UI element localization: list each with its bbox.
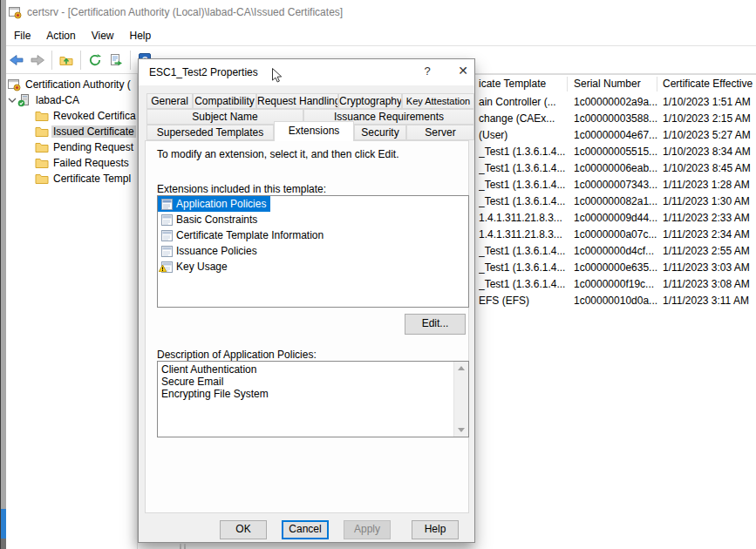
column-resize-handle[interactable] <box>657 77 657 92</box>
extension-item-certificate-template-information[interactable]: Certificate Template Information <box>158 227 468 243</box>
cell-effective-date: 1/11/2023 2:55 AM <box>663 245 750 257</box>
menu-view[interactable]: View <box>84 30 122 42</box>
extension-icon <box>160 245 174 258</box>
extension-item-key-usage[interactable]: Key Usage <box>158 259 468 274</box>
description-box: Client Authentication Secure Email Encry… <box>157 361 469 437</box>
background-artifact <box>184 544 186 549</box>
tree-item-issued-certificates[interactable]: Issued Certificate <box>35 124 136 139</box>
tree-item-failed-requests[interactable]: Failed Requests <box>35 155 131 171</box>
cell-effective-date: 1/10/2023 2:15 AM <box>663 112 751 125</box>
extension-item-issuance-policies[interactable]: Issuance Policies <box>158 243 468 259</box>
cell-serial: 1c00000005515... <box>574 146 659 158</box>
folder-icon <box>35 140 49 154</box>
tree-item-label: labad-CA <box>34 94 81 106</box>
refresh-icon[interactable] <box>85 50 106 71</box>
warning-triangle-icon <box>159 262 167 274</box>
export-list-icon[interactable] <box>106 50 126 71</box>
tree-item-certificate-templates[interactable]: Certificate Templ <box>35 171 133 186</box>
instruction-text: To modify an extension, select it, and t… <box>157 148 398 160</box>
tab-compatibility[interactable]: Compatibility <box>193 93 256 109</box>
window-title: certsrv - [Certification Authority (Loca… <box>27 6 343 18</box>
extensions-list-label: Extensions included in this template: <box>157 183 326 195</box>
toolbar-separator <box>130 51 131 70</box>
tab-key-attestation[interactable]: Key Attestation <box>402 93 474 109</box>
edit-button[interactable]: Edit... <box>405 314 466 335</box>
column-header-serial-number[interactable]: Serial Number <box>574 78 641 90</box>
ok-button[interactable]: OK <box>220 520 267 539</box>
extension-label: Certificate Template Information <box>174 229 326 241</box>
cell-template: _Test1 (1.3.6.1.4.... <box>479 179 566 191</box>
tree-item-label: Certificate Templ <box>51 173 133 185</box>
issued-certificates-list: icate Template Serial Number Certificate… <box>475 74 756 549</box>
background-artifact <box>180 544 181 549</box>
menubar: File Action View Help <box>6 25 756 46</box>
column-resize-handle[interactable] <box>567 77 568 92</box>
tab-extensions[interactable]: Extensions <box>274 121 354 141</box>
description-label: Description of Application Policies: <box>157 349 317 361</box>
list-rows: ain Controller (... 1c00000002a9a... 1/1… <box>475 94 756 309</box>
certificate-row[interactable]: 1.4.1.311.21.8.3... 1c00000009d44... 1/1… <box>475 210 756 227</box>
cancel-button[interactable]: Cancel <box>282 520 329 539</box>
description-scrollbar[interactable] <box>453 362 468 437</box>
cell-effective-date: 1/11/2023 2:34 AM <box>663 228 750 241</box>
tab-superseded-templates[interactable]: Superseded Templates <box>146 125 274 140</box>
tree-item-certification-authority[interactable]: Certification Authority ( <box>7 77 133 92</box>
certificate-row[interactable]: _Test1 (1.3.6.1.4.... 1c0000000d4cf... 1… <box>475 243 756 260</box>
back-icon[interactable] <box>6 50 27 71</box>
cell-serial: 1c00000004e67... <box>574 129 659 141</box>
dialog-help-icon[interactable]: ? <box>419 64 435 80</box>
tab-general[interactable]: General <box>146 93 193 109</box>
chevron-down-icon[interactable] <box>6 96 17 105</box>
menu-help[interactable]: Help <box>122 30 160 42</box>
tree-item-revoked-certificates[interactable]: Revoked Certifica <box>35 108 137 124</box>
scroll-up-icon[interactable] <box>458 366 465 370</box>
apply-button[interactable]: Apply <box>344 520 391 539</box>
certificate-row[interactable]: ain Controller (... 1c00000002a9a... 1/1… <box>475 94 756 111</box>
cell-template: _Test1 (1.3.6.1.4.... <box>479 195 566 207</box>
certificate-row[interactable]: _Test1 (1.3.6.1.4.... 1c00000006eab... 1… <box>475 160 756 177</box>
certsrv-window: certsrv - [Certification Authority (Loca… <box>0 0 756 549</box>
certificate-row[interactable]: _Test1 (1.3.6.1.4.... 1c0000000f19c... 1… <box>475 276 756 293</box>
tree-item-labad-ca[interactable]: labad-CA <box>6 92 81 108</box>
dialog-title: ESC1_Test2 Properties <box>149 66 258 78</box>
cell-effective-date: 1/11/2023 3:08 AM <box>663 278 750 290</box>
cell-template: _Test1 (1.3.6.1.4.... <box>479 261 566 274</box>
tab-server[interactable]: Server <box>406 125 474 140</box>
cell-serial: 1c0000000d4cf... <box>574 245 659 257</box>
certificate-row[interactable]: _Test1 (1.3.6.1.4.... 1c00000005515... 1… <box>475 144 756 160</box>
tab-cryptography[interactable]: Cryptography <box>338 93 402 109</box>
help-button[interactable]: Help <box>412 520 459 539</box>
scroll-down-icon[interactable] <box>458 428 465 432</box>
cell-serial: 1c00000006eab... <box>574 162 659 174</box>
tree-item-label: Revoked Certifica <box>51 110 137 122</box>
menu-file[interactable]: File <box>6 30 38 42</box>
certificate-row[interactable]: EFS (EFS) 1c00000010d0a... 1/11/2023 3:1… <box>475 293 756 309</box>
cell-template: 1.4.1.311.21.8.3... <box>479 228 566 241</box>
dialog-titlebar[interactable]: ESC1_Test2 Properties ? ✕ <box>139 59 474 85</box>
toolbar-separator <box>80 51 81 70</box>
cell-template: change (CAEx... <box>479 112 566 125</box>
properties-dialog: ESC1_Test2 Properties ? ✕ General Compat… <box>138 58 475 543</box>
extension-item-application-policies[interactable]: Application Policies <box>158 196 270 212</box>
certificate-row[interactable]: (User) 1c00000004e67... 1/10/2023 5:27 A… <box>475 127 756 144</box>
certificate-row[interactable]: _Test1 (1.3.6.1.4.... 1c0000000e635... 1… <box>475 260 756 276</box>
forward-icon[interactable] <box>27 50 48 71</box>
certificate-row[interactable]: _Test1 (1.3.6.1.4.... 1c000000082a1... 1… <box>475 193 756 210</box>
certificate-row[interactable]: _Test1 (1.3.6.1.4.... 1c00000007343... 1… <box>475 177 756 193</box>
menu-action[interactable]: Action <box>38 30 83 42</box>
cell-serial: 1c00000002a9a... <box>574 96 659 108</box>
extension-icon <box>160 229 174 242</box>
certificate-row[interactable]: 1.4.1.311.21.8.3... 1c0000000a07c... 1/1… <box>475 227 756 243</box>
cell-effective-date: 1/11/2023 1:30 AM <box>663 195 750 207</box>
extension-item-basic-constraints[interactable]: Basic Constraints <box>158 212 468 227</box>
close-icon[interactable]: ✕ <box>454 64 472 81</box>
cell-serial: 1c00000009d44... <box>574 212 659 224</box>
up-one-level-icon[interactable] <box>56 50 77 71</box>
column-header-certificate-effective-date[interactable]: Certificate Effective D <box>663 78 756 90</box>
tab-request-handling[interactable]: Request Handling <box>256 93 338 109</box>
tab-security[interactable]: Security <box>354 125 406 140</box>
column-header-certificate-template[interactable]: icate Template <box>479 78 546 90</box>
tree-item-pending-requests[interactable]: Pending Request <box>35 139 135 155</box>
certificate-row[interactable]: change (CAEx... 1c00000003588... 1/10/20… <box>475 111 756 127</box>
extension-label: Basic Constraints <box>174 214 260 226</box>
